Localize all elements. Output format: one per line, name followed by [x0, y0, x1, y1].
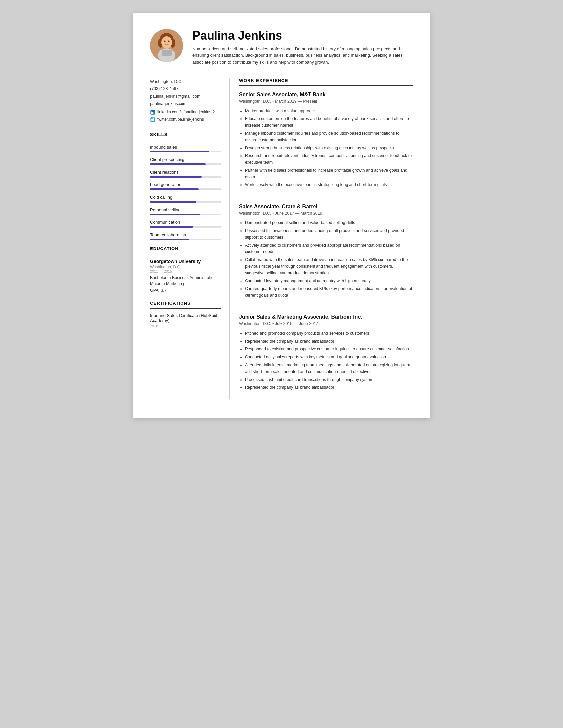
cert-year: 2018	[150, 324, 221, 328]
svg-rect-11	[151, 112, 152, 114]
skill-item: Cold calling	[150, 195, 221, 203]
job-block: Sales Associate, Crate & Barrel Washingt…	[239, 204, 413, 299]
job-duty: Responded to existing and prospective cu…	[245, 346, 413, 352]
skill-name: Personal selling	[150, 207, 221, 212]
skill-name: Communication	[150, 220, 221, 225]
svg-point-7	[168, 41, 170, 42]
contact-location: Washington, D.C.	[150, 78, 221, 85]
svg-rect-9	[162, 50, 172, 56]
skill-item: Inbound sales	[150, 145, 221, 152]
job-duty: Manage inbound customer inquiries and pr…	[245, 130, 413, 143]
work-divider	[239, 85, 413, 86]
skill-item: Team collaboration	[150, 232, 221, 240]
skill-name: Client relations	[150, 170, 221, 175]
cert-name: Inbound Sales Certificate (HubSpot Acade…	[150, 313, 221, 323]
job-duty: Collaborated with the sales team and dro…	[245, 256, 413, 276]
job-duties: Demonstrated personal selling and value-…	[239, 219, 413, 299]
edu-degree: Bachelor in Business Administration; Maj…	[150, 275, 221, 287]
job-duty: Processed cash and credit card transacti…	[245, 376, 413, 383]
skill-bar-fill	[150, 176, 202, 178]
job-duty: Pitched and promoted company products an…	[245, 330, 413, 337]
edu-years: 2011 — 2015	[150, 269, 221, 273]
svg-point-6	[164, 41, 166, 42]
skill-bar-bg	[150, 188, 221, 190]
job-meta: Washington, D.C. • July 2015 — June 2017	[239, 321, 413, 326]
skill-bar-bg	[150, 176, 221, 178]
linkedin-icon	[150, 110, 155, 115]
job-duty: Demonstrated personal selling and value-…	[245, 219, 413, 226]
job-block: Junior Sales & Marketing Associate, Barb…	[239, 314, 413, 391]
job-duty: Curated quarterly reports and measured K…	[245, 285, 413, 299]
skill-bar-fill	[150, 226, 193, 228]
skill-bar-bg	[150, 151, 221, 152]
skill-item: Personal selling	[150, 207, 221, 215]
skill-bar-bg	[150, 226, 221, 228]
skill-bar-fill	[150, 239, 189, 240]
skill-item: Lead generation	[150, 182, 221, 190]
job-duty: Work closely with the executive team in …	[245, 182, 413, 188]
skill-bar-bg	[150, 239, 221, 240]
job-duty: Represented the company as brand ambassa…	[245, 338, 413, 345]
job-title: Junior Sales & Marketing Associate, Barb…	[239, 314, 413, 320]
body-layout: Washington, D.C. (703) 123-4567 paulina.…	[150, 78, 413, 399]
linkedin-line: linkedin.com/in/paulina-jenkins-2	[150, 109, 221, 115]
skills-list: Inbound sales Client prospecting Client …	[150, 145, 221, 240]
work-section-title: WORK EXPERIENCE	[239, 78, 413, 83]
job-duty: Conducted inventory management and data …	[245, 278, 413, 284]
skill-bar-fill	[150, 163, 206, 165]
job-duties: Market products with a value approachEdu…	[239, 108, 413, 188]
job-duty: Actively attended to customers and provi…	[245, 242, 413, 255]
skill-item: Client prospecting	[150, 157, 221, 165]
linkedin-url: linkedin.com/in/paulina-jenkins-2	[157, 109, 215, 115]
contact-email: paulina.jenkins@gmail.com	[150, 93, 221, 100]
education-section-title: EDUCATION	[150, 246, 221, 251]
skill-name: Team collaboration	[150, 232, 221, 237]
skill-name: Client prospecting	[150, 157, 221, 162]
candidate-summary: Number-driven and self-motivated sales p…	[192, 46, 413, 66]
skill-item: Client relations	[150, 170, 221, 178]
contact-phone: (703) 123-4567	[150, 85, 221, 93]
skill-item: Communication	[150, 220, 221, 228]
education-divider	[150, 254, 221, 254]
skill-bar-fill	[150, 214, 200, 215]
twitter-line: twitter.com/paulina-jenkins	[150, 116, 221, 123]
job-separator	[239, 196, 413, 196]
skill-name: Cold calling	[150, 195, 221, 200]
job-separator	[239, 307, 413, 307]
contact-website: paulina-jenkins.com	[150, 100, 221, 108]
job-duty: Attended daily internal marketing team m…	[245, 362, 413, 375]
skill-name: Lead generation	[150, 182, 221, 187]
left-column: Washington, D.C. (703) 123-4567 paulina.…	[150, 78, 229, 399]
candidate-name: Paulina Jenkins	[192, 29, 413, 42]
jobs-list: Senior Sales Associate, M&T Bank Washing…	[239, 92, 413, 391]
job-duty: Develop strong business relationships wi…	[245, 145, 413, 151]
job-meta: Washington, D.C. • June 2017 — March 201…	[239, 211, 413, 215]
contact-block: Washington, D.C. (703) 123-4567 paulina.…	[150, 78, 221, 123]
skills-section-title: SKILLS	[150, 132, 221, 137]
job-meta: Washingotn, D.C. • March 2019 — Present	[239, 99, 413, 104]
skill-name: Inbound sales	[150, 145, 221, 149]
skills-divider	[150, 140, 221, 140]
job-duty: Conducted daily sales reports with key m…	[245, 354, 413, 360]
job-duty: Market products with a value approach	[245, 108, 413, 114]
resume-header: Paulina Jenkins Number-driven and self-m…	[150, 29, 413, 66]
skill-bar-fill	[150, 151, 209, 152]
twitter-url: twitter.com/paulina-jenkins	[157, 116, 204, 123]
avatar	[150, 29, 183, 62]
edu-location: Washington, D.C.	[150, 265, 221, 269]
job-duty: Represented the company as brand ambassa…	[245, 384, 413, 391]
job-title: Senior Sales Associate, M&T Bank	[239, 92, 413, 98]
cert-section-title: CERTIFICATIONS	[150, 301, 221, 306]
job-block: Senior Sales Associate, M&T Bank Washing…	[239, 92, 413, 188]
skill-bar-fill	[150, 201, 196, 203]
job-duty: Possessed full awareness and understandi…	[245, 227, 413, 241]
job-duty: Research and report relevant industry tr…	[245, 152, 413, 166]
job-duties: Pitched and promoted company products an…	[239, 330, 413, 391]
skill-bar-bg	[150, 214, 221, 215]
skill-bar-fill	[150, 188, 199, 190]
twitter-icon	[150, 117, 155, 122]
svg-point-5	[161, 36, 172, 48]
edu-school: Georgetown University	[150, 259, 221, 264]
job-duty: Educate customers on the features and be…	[245, 116, 413, 129]
cert-divider	[150, 308, 221, 309]
